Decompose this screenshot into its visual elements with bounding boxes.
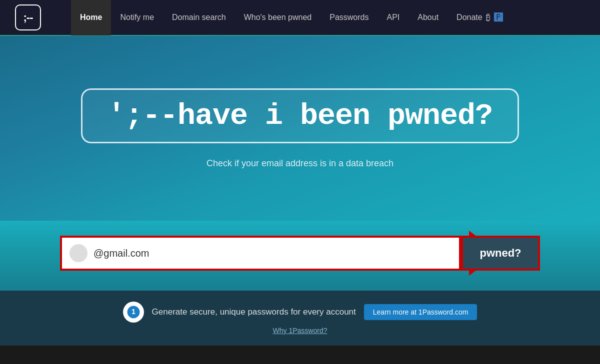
site-logo[interactable]: ;-- — [15, 4, 41, 30]
promo-text: Generate secure, unique passwords for ev… — [152, 307, 356, 317]
nav-passwords[interactable]: Passwords — [320, 0, 378, 35]
search-avatar-icon — [70, 244, 88, 262]
why-onepassword-link[interactable]: Why 1Password? — [273, 327, 328, 335]
promo-row: 1 Generate secure, unique passwords for … — [123, 302, 478, 323]
nav-links: Home Notify me Domain search Who's been … — [71, 0, 512, 35]
nav-about[interactable]: About — [408, 0, 448, 35]
onepassword-svg: 1 — [127, 306, 140, 319]
search-section: pwned? — [0, 221, 600, 291]
onepassword-learn-more-button[interactable]: Learn more at 1Password.com — [364, 304, 478, 320]
hero-section: ';--have i been pwned? Check if your ema… — [0, 36, 600, 221]
nav-donate[interactable]: Donate ₿ 🅿 — [448, 0, 512, 35]
svg-text:1: 1 — [132, 308, 136, 316]
logo-text: ;-- — [24, 11, 33, 24]
nav-home[interactable]: Home — [71, 0, 111, 35]
stats-section: 521 pwned websites 10,638,977,890 pwned … — [0, 346, 600, 364]
search-input-wrapper — [60, 236, 461, 271]
nav-domain-search[interactable]: Domain search — [163, 0, 235, 35]
navigation: ;-- Home Notify me Domain search Who's b… — [0, 0, 600, 36]
email-search-input[interactable] — [94, 248, 452, 259]
pwned-button[interactable]: pwned? — [463, 238, 538, 269]
nav-whos-been-pwned[interactable]: Who's been pwned — [235, 0, 321, 35]
bitcoin-icon: ₿ — [486, 12, 490, 23]
hero-title: ';--have i been pwned? — [108, 99, 492, 133]
onepassword-icon: 1 — [123, 302, 144, 323]
nav-notify[interactable]: Notify me — [111, 0, 163, 35]
promo-section: 1 Generate secure, unique passwords for … — [0, 291, 600, 346]
hero-subtitle: Check if your email address is in a data… — [206, 158, 394, 169]
nav-api[interactable]: API — [378, 0, 408, 35]
hero-title-box: ';--have i been pwned? — [81, 88, 519, 143]
donate-label: Donate — [456, 13, 482, 22]
search-container: pwned? — [60, 236, 540, 271]
pwned-button-wrapper: pwned? — [461, 236, 540, 271]
paypal-icon: 🅿 — [494, 12, 503, 23]
